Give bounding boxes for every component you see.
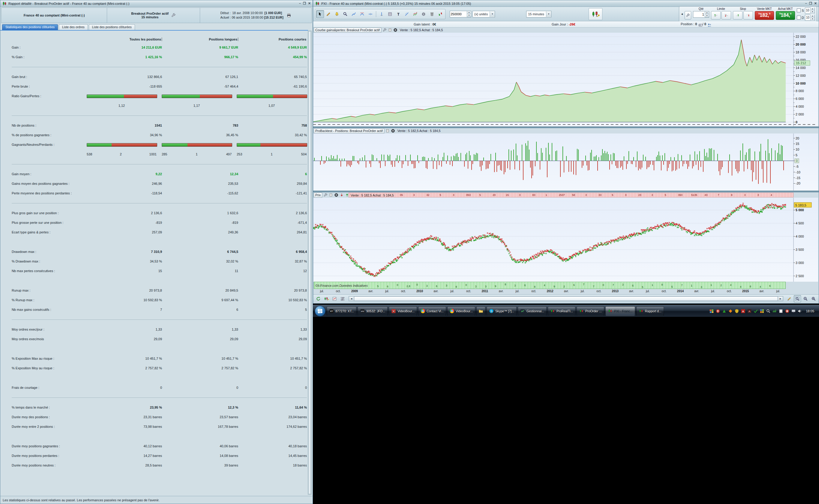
zoom-auto-icon[interactable] xyxy=(794,295,801,302)
scroll-right-icon[interactable]: ▶ xyxy=(778,296,783,301)
tray-green-eq-icon[interactable] xyxy=(772,309,777,313)
equity-chart[interactable]: 22 00020 00018 00016 00014 00012 00010 0… xyxy=(313,33,818,126)
tool-oblique-line-icon[interactable] xyxy=(403,10,411,18)
printer-icon[interactable] xyxy=(287,13,291,18)
vertical-scrollbar[interactable] xyxy=(308,31,312,495)
taskbar-button-proorder-[interactable]: ProOrder ... xyxy=(577,306,604,316)
minimize-button[interactable]: – xyxy=(299,1,301,5)
tray-red-error-icon[interactable] xyxy=(785,309,790,313)
tray-shield-icon[interactable] xyxy=(734,309,739,313)
wrench-icon[interactable] xyxy=(323,193,328,197)
positions-people-icon[interactable] xyxy=(707,23,711,26)
price-chart[interactable]: 5 0004 5004 0003 5003 0002 5005 183,5 xyxy=(313,198,818,282)
taskbar-button-skype-7-[interactable]: SSkype™ [7]... xyxy=(487,306,517,316)
report-titlebar[interactable]: Rapport détaillé - Breakout ProOrder act… xyxy=(0,0,313,7)
chart-titlebar[interactable]: PXI - France 40 au comptant (Mini-contra… xyxy=(313,0,819,7)
start-button[interactable] xyxy=(315,306,325,317)
tab-liste-positions[interactable]: Liste des positions clôturées xyxy=(89,24,135,30)
tool-horizontal-line-icon[interactable] xyxy=(367,10,374,18)
tray-green-check-icon[interactable] xyxy=(753,309,758,313)
refresh-icon[interactable] xyxy=(315,295,322,302)
taskbar-button-rapport-d-[interactable]: Rapport d... xyxy=(636,306,664,316)
trade-settings-button[interactable] xyxy=(685,11,691,19)
zoom-out-icon[interactable] xyxy=(802,295,809,302)
close-button[interactable]: ✕ xyxy=(308,1,311,5)
tool-trendline-icon[interactable] xyxy=(350,10,358,18)
taskbar-button-videobour-[interactable]: VideoBour... xyxy=(447,306,475,316)
tool-alarm-icon[interactable] xyxy=(333,10,341,18)
tool-multi-line-icon[interactable] xyxy=(411,10,419,18)
tray-white-card-icon[interactable] xyxy=(779,309,783,313)
scrollbar-thumb[interactable] xyxy=(308,31,311,494)
minimize-button[interactable]: – xyxy=(805,1,807,5)
taskbar-button-877270-xt-[interactable]: XT877270: XT... xyxy=(327,306,356,316)
taskbar-button-pxi-franc-[interactable]: PXI - Franc... xyxy=(605,306,635,316)
horizontal-scrollbar[interactable]: ◀ ▶ xyxy=(349,296,783,301)
chart-style-icon[interactable] xyxy=(323,295,330,302)
quantity-stepper[interactable]: ▲▼ xyxy=(450,11,471,17)
tray-updater-icon[interactable] xyxy=(715,309,720,313)
tool-cursor-icon[interactable] xyxy=(316,10,324,18)
unit-select[interactable]: (x) unités ▼ xyxy=(473,11,495,17)
tray-monitor-icon[interactable] xyxy=(791,309,796,313)
detach-panel-icon[interactable] xyxy=(388,28,392,32)
tray-green-up-icon[interactable] xyxy=(722,309,727,313)
tool-text-icon[interactable]: T xyxy=(395,10,402,18)
tool-settings-icon[interactable] xyxy=(420,10,427,18)
wrench-icon[interactable] xyxy=(383,28,387,32)
indicators-icon[interactable] xyxy=(331,295,338,302)
tray-magnifier-gray-icon[interactable] xyxy=(766,309,771,313)
zoom-in-icon[interactable] xyxy=(810,295,817,302)
close-icon[interactable] xyxy=(393,28,397,32)
restore-button[interactable]: ❐ xyxy=(303,1,306,5)
positions-chart[interactable]: 20151050-5-10-15-20 xyxy=(313,133,818,191)
tool-trash-icon[interactable] xyxy=(428,10,436,18)
taskbar-button-90532-jfd-[interactable]: JFD90532: JFD... xyxy=(358,306,388,316)
tray-adobe-dark-icon[interactable]: A xyxy=(747,309,752,313)
taskbar-button-folder[interactable] xyxy=(476,306,485,316)
timeframe-select[interactable]: 15 minutes ▼ xyxy=(526,11,551,17)
qty-input[interactable] xyxy=(693,12,705,17)
qty-stepper[interactable]: ▲▼ xyxy=(693,11,709,18)
close-button[interactable]: ✕ xyxy=(814,1,817,5)
wrench-icon[interactable] xyxy=(171,13,176,18)
chart-style-button[interactable] xyxy=(589,8,602,20)
position-toggle-icon[interactable] xyxy=(698,23,702,26)
detach-panel-icon[interactable] xyxy=(329,193,333,197)
quantity-input[interactable] xyxy=(450,11,467,17)
tab-statistiques[interactable]: Statistiques des positions clôturées xyxy=(2,24,58,30)
taskbar-button-prorealti-[interactable]: ProRealTi... xyxy=(548,306,575,316)
tray-blue-grid-icon[interactable] xyxy=(760,309,764,313)
collapse-arrow-icon[interactable]: ◂ xyxy=(681,7,683,21)
buy-stop-button[interactable] xyxy=(733,11,743,19)
tray-adobe-red-icon[interactable]: A xyxy=(741,309,745,313)
s-stepper[interactable]: 10▲▼ xyxy=(805,7,815,13)
tray-volume-icon[interactable] xyxy=(797,309,802,313)
sell-market-button[interactable]: 5182,5 xyxy=(755,11,774,20)
detach-panel-icon[interactable] xyxy=(385,129,390,133)
tab-liste-ordres[interactable]: Liste des ordres xyxy=(59,24,88,30)
bricks-icon[interactable] xyxy=(339,295,346,302)
d-stepper[interactable]: 10▲▼ xyxy=(805,15,815,21)
tool-zoom-icon[interactable] xyxy=(341,10,349,18)
close-icon[interactable] xyxy=(334,193,338,197)
quantity-spin-arrows[interactable]: ▲▼ xyxy=(467,11,471,17)
buy-market-button[interactable]: 5184,5 xyxy=(776,11,795,20)
d-checkbox[interactable] xyxy=(797,16,801,19)
tool-pencil-icon[interactable] xyxy=(325,10,332,18)
stop-checkbox[interactable] xyxy=(797,8,801,12)
sell-arrow-icon[interactable] xyxy=(340,193,344,197)
scrollbar-thumb[interactable] xyxy=(354,296,778,301)
tray-windows-flag-icon[interactable] xyxy=(709,309,714,313)
close-icon[interactable] xyxy=(391,129,395,133)
sell-stop-button[interactable] xyxy=(743,11,753,19)
buy-limit-button[interactable] xyxy=(711,11,721,19)
tool-buy-sell-arrows-icon[interactable] xyxy=(437,10,444,18)
tray-orange-diamond-icon[interactable] xyxy=(728,309,733,313)
tool-vertical-line-icon[interactable] xyxy=(378,10,385,18)
edit-icon[interactable] xyxy=(786,295,793,302)
restore-button[interactable]: ❐ xyxy=(809,1,812,5)
taskbar-button-contact-vi-[interactable]: Contact Vi... xyxy=(418,306,446,316)
sell-limit-button[interactable] xyxy=(721,11,731,19)
taskbar-button-videobour-[interactable]: VVideoBour... xyxy=(389,306,417,316)
